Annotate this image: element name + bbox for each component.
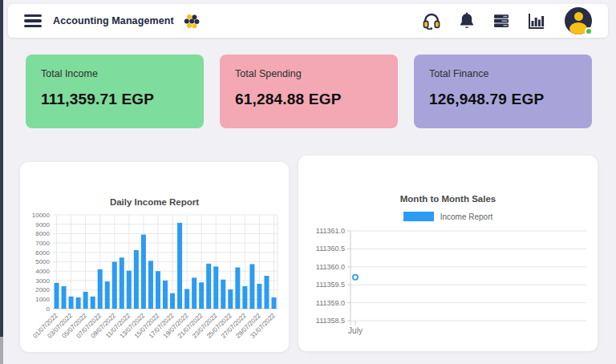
headset-icon[interactable] xyxy=(421,10,442,31)
bar xyxy=(264,276,269,309)
bar xyxy=(206,264,211,309)
daily-income-chart: 0100020003000400050006000700080009000100… xyxy=(22,210,287,350)
bar xyxy=(177,223,182,309)
chart-title: Daily Income Report xyxy=(20,197,289,207)
bar xyxy=(228,289,233,309)
bar xyxy=(140,235,145,309)
svg-text:10000: 10000 xyxy=(31,212,50,219)
bar xyxy=(126,271,131,309)
bar xyxy=(75,297,80,309)
svg-text:111360.5: 111360.5 xyxy=(315,245,344,253)
bar xyxy=(184,289,189,309)
card-label: Total Spending xyxy=(235,68,383,79)
avatar[interactable] xyxy=(565,7,592,34)
bar xyxy=(170,293,175,309)
svg-text:0: 0 xyxy=(46,305,50,313)
app-title: Accounting Management xyxy=(53,15,174,26)
svg-text:3000: 3000 xyxy=(35,277,50,285)
daily-income-chart-card: Daily Income Report 01000200030004000500… xyxy=(20,162,289,352)
bar xyxy=(242,286,247,309)
online-status-dot xyxy=(585,27,593,35)
bar xyxy=(235,268,240,309)
legend-label: Income Report xyxy=(440,212,493,221)
svg-text:111359.0: 111359.0 xyxy=(315,299,344,307)
bell-icon[interactable] xyxy=(457,11,476,30)
bar xyxy=(61,286,66,309)
bar xyxy=(192,277,197,309)
hamburger-icon[interactable] xyxy=(24,14,42,27)
svg-text:1000: 1000 xyxy=(35,296,50,303)
bar xyxy=(104,281,109,309)
svg-text:111360.0: 111360.0 xyxy=(315,263,344,271)
bar xyxy=(155,271,160,309)
bar xyxy=(163,281,168,309)
card-value: 126,948.79 EGP xyxy=(429,91,577,108)
top-navbar: Accounting Management xyxy=(8,4,608,38)
month-sales-chart: 111361.0111360.5111360.0111359.5111359.0… xyxy=(304,228,593,336)
svg-text:7000: 7000 xyxy=(35,240,50,247)
total-income-card: Total Income 111,359.71 EGP xyxy=(26,55,204,128)
bar xyxy=(83,292,87,309)
svg-text:8000: 8000 xyxy=(35,230,50,237)
data-point xyxy=(352,275,357,280)
bar xyxy=(257,284,261,309)
legend-swatch xyxy=(403,212,434,221)
bar xyxy=(111,262,116,309)
svg-text:6000: 6000 xyxy=(35,249,50,257)
chart-legend: Income Report xyxy=(298,212,598,221)
chart-title: Month to Month Sales xyxy=(298,194,598,204)
collapsed-sidebar-edge xyxy=(0,0,3,337)
bar xyxy=(119,257,124,309)
svg-text:July: July xyxy=(348,326,363,335)
bar xyxy=(213,266,218,309)
summary-cards: Total Income 111,359.71 EGP Total Spendi… xyxy=(26,55,592,128)
bar xyxy=(68,297,73,309)
card-label: Total Income xyxy=(41,68,188,79)
svg-text:111359.5: 111359.5 xyxy=(315,281,344,289)
card-value: 111,359.71 EGP xyxy=(41,91,188,108)
queue-icon[interactable] xyxy=(492,11,511,30)
total-finance-card: Total Finance 126,948.79 EGP xyxy=(414,55,592,128)
card-value: 61,284.88 EGP xyxy=(235,91,383,108)
bar xyxy=(133,250,138,309)
month-sales-chart-card: Month to Month Sales Income Report 11136… xyxy=(298,156,598,351)
bar xyxy=(199,282,204,309)
total-spending-card: Total Spending 61,284.88 EGP xyxy=(220,55,398,128)
card-label: Total Finance xyxy=(429,68,577,79)
svg-text:2000: 2000 xyxy=(35,286,50,293)
sidebar-scroll-thumb xyxy=(0,337,3,364)
bar xyxy=(97,269,102,309)
svg-text:5000: 5000 xyxy=(35,258,50,265)
bar xyxy=(249,264,254,309)
svg-text:111358.5: 111358.5 xyxy=(315,317,344,325)
svg-text:9000: 9000 xyxy=(35,221,50,229)
bar xyxy=(54,283,59,309)
svg-text:4000: 4000 xyxy=(35,268,50,275)
bar xyxy=(221,280,225,309)
dots-cluster-logo xyxy=(182,11,201,30)
bar xyxy=(271,297,276,309)
bar-chart-icon[interactable] xyxy=(526,11,546,31)
svg-text:111361.0: 111361.0 xyxy=(315,228,344,235)
bar xyxy=(148,261,152,309)
bar xyxy=(90,297,95,309)
